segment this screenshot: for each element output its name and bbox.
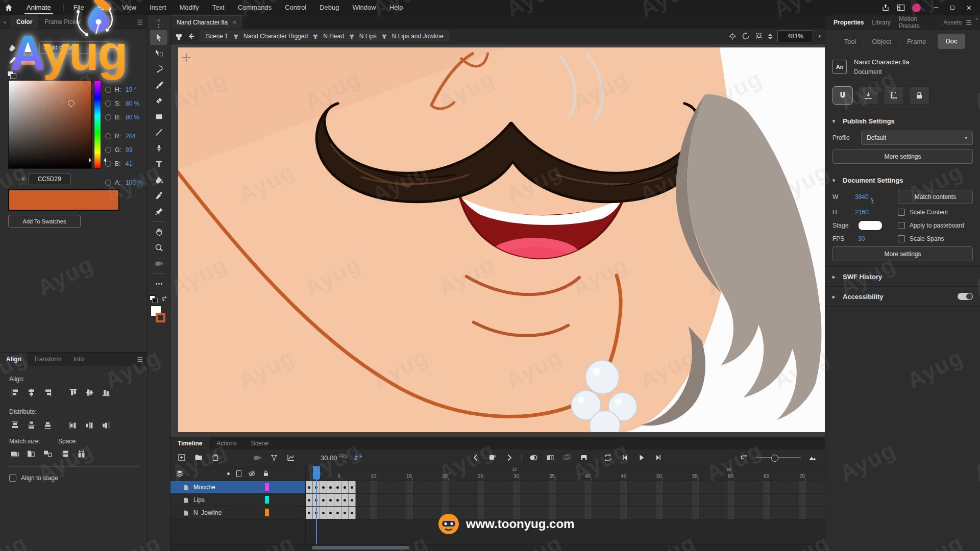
align-button-3[interactable] — [66, 387, 80, 398]
publish-settings-header[interactable]: ▾ Publish Settings — [832, 113, 973, 129]
home-button[interactable] — [0, 0, 17, 15]
radio-button[interactable] — [105, 180, 111, 186]
match-contents-button[interactable]: Match contents — [898, 190, 973, 204]
asset-warp-tool[interactable] — [150, 204, 167, 219]
panel-menu-icon[interactable]: ☰ — [137, 356, 143, 363]
brush-tool[interactable] — [150, 78, 167, 92]
menu-view[interactable]: View — [115, 0, 143, 15]
distribute-button-5[interactable] — [99, 419, 112, 431]
reset-timeline-zoom-button[interactable] — [739, 453, 749, 463]
swf-history-section[interactable]: ▸ SWF History — [825, 267, 980, 287]
back-arrow-icon[interactable] — [187, 32, 195, 40]
clip-content-icon[interactable] — [755, 32, 763, 40]
keyframe-cell[interactable] — [334, 494, 341, 506]
align-button-5[interactable] — [99, 387, 112, 398]
value-field[interactable]: 100 % — [126, 179, 143, 186]
match-size-button-2[interactable] — [41, 448, 54, 459]
keyframe-cell[interactable] — [306, 481, 313, 493]
value-field[interactable]: 80 % — [126, 100, 139, 107]
layer-depth-button[interactable] — [286, 453, 296, 463]
breadcrumb-nand-character-rigged[interactable]: Nand Character Rigged — [243, 33, 308, 40]
keyframe-cell[interactable] — [306, 494, 313, 506]
keyframe-cell[interactable] — [327, 481, 334, 493]
rulers-button[interactable] — [884, 86, 904, 105]
match-size-button-1[interactable] — [24, 448, 38, 459]
share-icon[interactable] — [881, 4, 890, 12]
radio-button[interactable] — [105, 147, 111, 153]
document-settings-header[interactable]: ▾ Document Settings — [832, 172, 973, 188]
frame-row-mooche[interactable] — [306, 481, 825, 494]
snap-magnet-button[interactable] — [832, 86, 853, 105]
layer-row-n_jowline[interactable]: N_Jowline — [170, 507, 305, 519]
value-field[interactable]: 19 ° — [126, 86, 136, 93]
lock-layers-icon[interactable] — [262, 470, 270, 477]
collapse-tools-icon[interactable]: « — [157, 17, 160, 23]
tab-transform[interactable]: Transform — [28, 353, 67, 366]
layers-stack-icon[interactable] — [176, 469, 184, 478]
zoom-level-input[interactable] — [777, 30, 813, 42]
step-forward-button[interactable] — [653, 453, 664, 463]
playhead-marker[interactable] — [313, 466, 320, 480]
play-button[interactable] — [636, 453, 647, 463]
onion-skin-outlines-button[interactable] — [545, 453, 555, 463]
delete-layer-button[interactable] — [210, 453, 220, 463]
camera-tool[interactable] — [150, 256, 167, 271]
frame-ruler[interactable]: 5101520253035404550556065701s2s — [306, 466, 825, 481]
menu-control[interactable]: Control — [278, 0, 313, 15]
layer-row-lips[interactable]: Lips — [170, 494, 305, 507]
hide-layers-icon[interactable] — [248, 470, 256, 478]
menu-commands[interactable]: Commands — [231, 0, 278, 15]
zoom-dropdown-icon[interactable]: ▾ — [818, 34, 821, 39]
more-tool[interactable] — [150, 277, 167, 291]
mode-doc[interactable]: Doc — [938, 34, 965, 49]
highlight-layers-icon[interactable] — [227, 472, 230, 475]
keyframe-cell[interactable] — [320, 481, 327, 493]
keyframe-cell[interactable] — [327, 494, 334, 506]
current-frame-value[interactable]: 2F — [354, 454, 362, 462]
stage[interactable] — [178, 47, 825, 432]
distribute-button-1[interactable] — [24, 419, 38, 431]
scale-spans-checkbox[interactable] — [898, 235, 905, 242]
stage-color-swatch[interactable] — [858, 220, 883, 231]
pen-tool[interactable] — [150, 141, 167, 156]
fps-value[interactable]: 30 — [858, 235, 865, 242]
value-field[interactable]: 41 — [126, 160, 132, 167]
keyframe-cell[interactable] — [341, 494, 349, 506]
selection-tool[interactable] — [150, 30, 167, 45]
tab-library[interactable]: Library — [868, 19, 895, 26]
tab-timeline[interactable]: Timeline — [170, 437, 209, 449]
frame-row-lips[interactable] — [306, 494, 825, 507]
link-wh-icon[interactable] — [869, 197, 876, 205]
zoom-tool[interactable] — [150, 240, 167, 255]
tab-scene[interactable]: Scene — [244, 437, 276, 449]
add-to-swatches-button[interactable]: Add To Swatches — [8, 215, 81, 228]
layer-row-mooche[interactable]: Mooche — [170, 481, 305, 494]
apply-to-pasteboard-checkbox[interactable] — [898, 222, 905, 229]
step-back-button[interactable] — [620, 453, 630, 463]
keyframe-cell[interactable] — [341, 481, 349, 493]
match-size-button-0[interactable] — [8, 448, 21, 459]
fps-value[interactable]: 30.00FPS — [321, 454, 348, 462]
center-stage-icon[interactable] — [728, 32, 737, 40]
stroke-color-chip[interactable] — [21, 56, 35, 65]
edit-symbols-icon[interactable] — [175, 32, 183, 41]
hue-slider[interactable] — [94, 80, 101, 169]
mode-tool[interactable]: Tool — [836, 38, 864, 45]
value-field[interactable]: 93 — [126, 146, 132, 154]
auto-keyframe-button[interactable]: A — [487, 453, 498, 463]
align-button-2[interactable] — [41, 387, 54, 398]
menu-file[interactable]: File — [67, 0, 91, 15]
radio-button[interactable] — [105, 101, 111, 107]
hex-input[interactable] — [29, 173, 70, 185]
slider-knob[interactable] — [771, 455, 778, 462]
tab-actions[interactable]: Actions — [209, 437, 243, 449]
timeline-scrollbar[interactable] — [170, 544, 825, 551]
publish-more-settings-button[interactable]: More settings — [832, 149, 973, 164]
breadcrumb-n-lips[interactable]: N Lips — [359, 33, 377, 40]
height-value[interactable]: 2160 — [855, 209, 869, 216]
distribute-to-layers-button[interactable] — [269, 453, 279, 463]
keyframe-cell[interactable] — [334, 481, 341, 493]
fill-bucket-icon[interactable] — [8, 43, 17, 52]
menu-text[interactable]: Text — [206, 0, 231, 15]
menu-animate[interactable]: Animate — [17, 0, 60, 15]
